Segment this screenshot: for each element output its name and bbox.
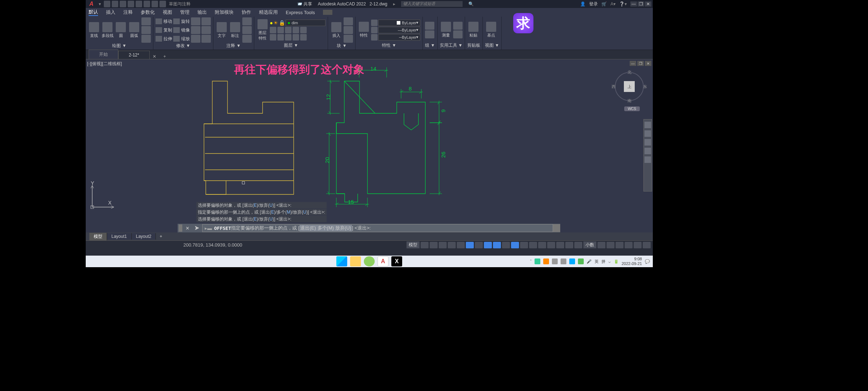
title-dropdown[interactable]: ▸ <box>393 1 395 7</box>
autoscale-toggle[interactable] <box>574 242 582 248</box>
viewcube-south[interactable]: 南 <box>627 98 631 104</box>
snap-toggle[interactable] <box>430 242 438 248</box>
hatch-tool[interactable] <box>141 26 151 34</box>
tab-parametric[interactable]: 参数化 <box>141 9 155 16</box>
boundary-tool[interactable] <box>141 35 151 43</box>
coordinates-readout[interactable]: 200.7819, 134.0939, 0.0000 <box>86 242 242 248</box>
layout-2[interactable]: Layout2 <box>132 233 156 240</box>
insert-block-tool[interactable]: 插入 <box>330 22 342 38</box>
basepoint-tool[interactable]: 基点 <box>485 22 497 38</box>
battery-icon[interactable]: 🔋 <box>614 259 619 264</box>
tray-icon-5[interactable] <box>578 258 584 264</box>
layer-b2[interactable] <box>277 34 284 41</box>
trim-tool[interactable] <box>191 17 200 25</box>
showmorion-icon[interactable] <box>644 156 651 163</box>
browser-icon[interactable] <box>364 256 375 266</box>
workspace-label[interactable]: 草图与注释 <box>169 1 191 7</box>
panel-view-label[interactable]: 视图 ▼ <box>485 42 499 49</box>
save-icon[interactable] <box>120 1 126 7</box>
minimize-button[interactable]: — <box>630 1 637 7</box>
layout-model[interactable]: 模型 <box>89 233 107 240</box>
units-display[interactable]: 小数 <box>583 241 596 248</box>
capcut-icon[interactable]: X <box>391 256 402 266</box>
undo-icon[interactable] <box>152 1 158 7</box>
anno-vis-toggle[interactable] <box>565 242 573 248</box>
match-icon[interactable] <box>371 20 378 26</box>
osnap-toggle[interactable] <box>493 242 501 248</box>
vp-maximize[interactable]: ❐ <box>637 61 644 66</box>
copy-tool[interactable]: 复制 <box>156 26 172 34</box>
tab-start[interactable]: 开始 <box>89 50 118 59</box>
layout-add[interactable]: + <box>156 234 166 239</box>
panel-draw-label[interactable]: 绘图 ▼ <box>88 43 151 49</box>
hardware-accel[interactable] <box>625 242 633 248</box>
layer-dropdown[interactable]: ■dim <box>286 20 326 26</box>
tray-chevron[interactable]: ˆ <box>530 259 532 264</box>
help-icon[interactable]: ❔▾ <box>619 1 627 7</box>
isodraft[interactable] <box>475 242 483 248</box>
layer-match[interactable] <box>300 27 307 33</box>
layout-1[interactable]: Layout1 <box>107 233 132 240</box>
3dosnap-toggle[interactable] <box>529 242 537 248</box>
table-tool[interactable] <box>242 26 252 34</box>
measure-tool[interactable]: 测量 <box>440 22 452 38</box>
cmd-opt-exit[interactable]: 退出(E) <box>299 225 316 231</box>
tray-icon-qq[interactable] <box>552 258 558 264</box>
viewcube-west[interactable]: 西 <box>612 84 616 89</box>
tab-annotate[interactable]: 注释 <box>123 9 133 16</box>
linetype-dropdown[interactable]: ─ ByLayer ▾ <box>378 34 420 41</box>
leader-tool[interactable] <box>242 17 252 25</box>
pan-icon[interactable] <box>644 130 651 137</box>
text-tool[interactable]: 文字 <box>216 22 228 38</box>
match-properties-tool[interactable]: 特性 <box>358 22 370 38</box>
search-input[interactable]: 键入关键字或短语 <box>401 1 463 7</box>
layer-iso[interactable] <box>293 27 299 33</box>
layer-b1[interactable] <box>270 34 276 41</box>
move-tool[interactable]: 移动 <box>156 17 172 25</box>
tray-icon-1[interactable] <box>535 258 540 264</box>
tray-mic-icon[interactable]: 🎤 <box>587 259 592 264</box>
viewcube-east[interactable]: 东 <box>643 84 647 89</box>
ime-lang[interactable]: 英 <box>595 259 599 264</box>
calc-tool[interactable] <box>453 22 463 30</box>
tray-icon-4[interactable] <box>569 258 575 264</box>
panel-modify-label[interactable]: 修改 ▼ <box>156 43 211 49</box>
tab-overflow[interactable] <box>323 10 332 15</box>
viewcube-top[interactable]: 上 <box>624 81 635 92</box>
saveas-icon[interactable] <box>128 1 134 7</box>
gizmo-toggle[interactable] <box>556 242 564 248</box>
steering-wheel-icon[interactable] <box>644 122 651 128</box>
cmdline-dropdown[interactable] <box>553 224 560 232</box>
viewcube-north[interactable]: 北 <box>627 70 631 75</box>
user-icon[interactable]: 👤 <box>580 1 586 7</box>
close-button[interactable]: ✕ <box>645 1 651 7</box>
arc-tool[interactable]: 圆弧 <box>128 22 140 38</box>
mirror-tool[interactable]: 镜像 <box>173 26 190 34</box>
new-icon[interactable] <box>104 1 110 7</box>
color-dropdown[interactable]: ByLayer ▾ <box>378 20 420 26</box>
drawing-canvas[interactable]: [-][俯视][二维线框] — ❐ ✕ 再往下偏移得到了这个对象 <box>86 59 653 232</box>
search-icon[interactable]: 🔍 <box>468 1 474 7</box>
notifications-icon[interactable]: 💬 <box>645 259 650 264</box>
infer-toggle[interactable] <box>439 242 447 248</box>
cmd-opt-undo[interactable]: 放弃(U) <box>335 225 352 231</box>
panel-annot-label[interactable]: 注释 ▼ <box>216 43 252 49</box>
customize-status[interactable] <box>643 242 651 248</box>
maximize-button[interactable]: ❐ <box>638 1 644 7</box>
dyn-input-toggle[interactable] <box>448 242 456 248</box>
select-tool[interactable] <box>453 30 463 38</box>
otrack-toggle[interactable] <box>484 242 492 248</box>
lw-icon[interactable] <box>371 27 378 33</box>
tab-express[interactable]: Express Tools <box>286 10 315 15</box>
cmdline-input[interactable]: ▸▬ OFFSET 指定要偏移的那一侧上的点，或 [ 退出(E) 多个(M) 放… <box>202 224 553 232</box>
rect-tool[interactable] <box>141 17 151 25</box>
create-block[interactable] <box>344 17 353 25</box>
wcs-badge[interactable]: WCS <box>624 106 640 111</box>
ortho-toggle[interactable] <box>457 242 465 248</box>
polar-toggle[interactable] <box>466 242 474 248</box>
explorer-icon[interactable] <box>350 256 361 266</box>
tab-view[interactable]: 视图 <box>163 9 172 16</box>
panel-util-label[interactable]: 实用工具 ▼ <box>440 42 463 49</box>
share-button[interactable]: 📨 共享 <box>297 1 312 7</box>
orbit-icon[interactable] <box>644 148 651 154</box>
